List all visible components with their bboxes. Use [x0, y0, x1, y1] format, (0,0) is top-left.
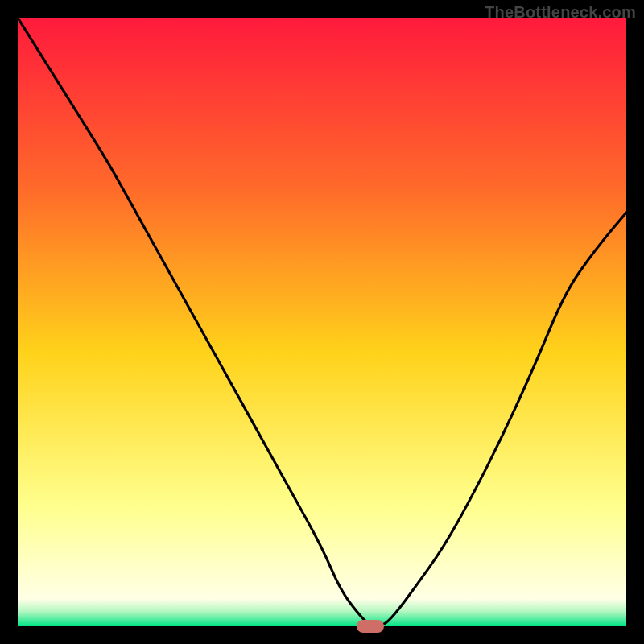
chart-stage: TheBottleneck.com — [0, 0, 644, 644]
optimum-marker — [357, 620, 384, 633]
bottleneck-curve — [18, 18, 626, 626]
plot-frame — [18, 18, 626, 626]
plot-area — [18, 18, 626, 626]
watermark-text: TheBottleneck.com — [485, 3, 636, 22]
